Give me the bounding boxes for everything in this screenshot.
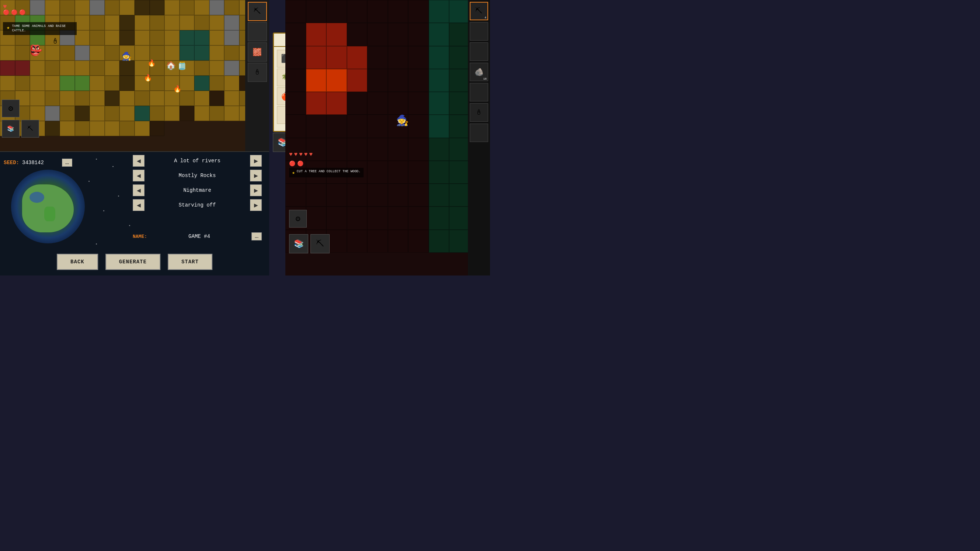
right-action-bar: 📚 ⛏ bbox=[289, 234, 329, 253]
rtile bbox=[408, 161, 429, 184]
rtile bbox=[326, 92, 347, 115]
tile bbox=[150, 45, 165, 61]
rtile bbox=[326, 46, 347, 69]
settings-button-left[interactable]: ⚙ bbox=[2, 100, 19, 117]
tile bbox=[105, 15, 120, 30]
tile bbox=[105, 91, 120, 106]
tile bbox=[90, 61, 105, 76]
tile bbox=[105, 121, 120, 136]
sidebar-slot-1[interactable]: ⛏ bbox=[248, 2, 267, 21]
tile bbox=[224, 91, 239, 106]
rtile bbox=[388, 230, 409, 253]
seed-row: SEED: 3438142 ... bbox=[4, 159, 72, 167]
nightmare-value: Nightmare bbox=[145, 187, 250, 193]
seed-dots-button[interactable]: ... bbox=[62, 159, 72, 167]
generate-button[interactable]: GENERATE bbox=[105, 254, 161, 270]
fr-slot-5[interactable] bbox=[470, 83, 488, 102]
fr-slot-6[interactable]: 🕯 bbox=[470, 103, 488, 122]
name-dots-button[interactable]: ... bbox=[251, 233, 262, 240]
book-icon: 📚 bbox=[7, 125, 14, 132]
rtile bbox=[306, 46, 327, 69]
rtile bbox=[347, 207, 368, 229]
rtile bbox=[367, 138, 388, 161]
rheart-3: ♥ bbox=[299, 151, 303, 158]
back-button[interactable]: BACK bbox=[57, 254, 98, 270]
sidebar-slot-4[interactable]: 🕯 bbox=[248, 63, 267, 82]
rtile bbox=[388, 0, 409, 23]
sidebar-slot-2[interactable] bbox=[248, 22, 267, 41]
tile bbox=[0, 45, 15, 61]
start-button[interactable]: START bbox=[168, 254, 212, 270]
rtile bbox=[367, 207, 388, 229]
rtile bbox=[408, 184, 429, 207]
tile bbox=[224, 30, 239, 45]
tile bbox=[75, 121, 90, 136]
nightmare-prev-button[interactable]: ◀ bbox=[133, 185, 145, 196]
rtile bbox=[449, 23, 470, 46]
rtile bbox=[408, 115, 429, 138]
sidebar-slot-3[interactable]: 🧱 bbox=[248, 42, 267, 62]
resource-fire-1: 🔴 bbox=[3, 9, 9, 16]
rtile bbox=[408, 23, 429, 46]
tile bbox=[135, 45, 150, 61]
rivers-next-button[interactable]: ▶ bbox=[250, 155, 262, 167]
rtile bbox=[388, 184, 409, 207]
tile bbox=[75, 45, 90, 61]
fr-slot-3[interactable] bbox=[470, 42, 488, 61]
tile bbox=[150, 106, 165, 121]
tile bbox=[90, 121, 105, 136]
fr-slot-2[interactable] bbox=[470, 22, 488, 41]
tile bbox=[180, 106, 195, 121]
rivers-prev-button[interactable]: ◀ bbox=[133, 155, 145, 167]
campfire2-sprite: 🔥 bbox=[144, 74, 152, 82]
rtile bbox=[388, 92, 409, 115]
fr-slot-1[interactable]: ⛏ 4 bbox=[470, 2, 488, 20]
tool-button-left[interactable]: ⛏ bbox=[21, 120, 39, 138]
tile bbox=[180, 76, 195, 91]
right-book-btn[interactable]: 📚 bbox=[289, 234, 308, 253]
starving-next-button[interactable]: ▶ bbox=[250, 199, 262, 211]
rtile bbox=[408, 46, 429, 69]
tile bbox=[105, 61, 120, 76]
star-5 bbox=[129, 225, 130, 226]
tile bbox=[135, 106, 150, 121]
fr-slot-7[interactable] bbox=[470, 124, 488, 142]
quest-star-icon: ★ bbox=[6, 24, 10, 30]
option-row-nightmare: ◀ Nightmare ▶ bbox=[133, 185, 262, 196]
rtile bbox=[429, 0, 449, 23]
tile bbox=[164, 15, 180, 30]
fr-rock-icon: 🪨 bbox=[474, 67, 484, 77]
right-book-icon: 📚 bbox=[294, 239, 304, 249]
gear2-icon: ⚙ bbox=[295, 214, 300, 224]
rtile bbox=[306, 207, 327, 229]
rtile bbox=[449, 138, 470, 161]
right-quest-text: CUT A TREE AND COLLECT THE WOOD. bbox=[297, 170, 361, 174]
rtile bbox=[367, 115, 388, 138]
right-tool-btn[interactable]: ⛏ bbox=[310, 234, 329, 253]
tile bbox=[45, 0, 60, 15]
rtile bbox=[388, 138, 409, 161]
gear-icon: ⚙ bbox=[8, 104, 13, 114]
tile bbox=[150, 0, 165, 15]
rtile bbox=[388, 161, 409, 184]
tile bbox=[209, 45, 224, 61]
nightmare-next-button[interactable]: ▶ bbox=[250, 185, 262, 196]
tile bbox=[30, 61, 45, 76]
rocks-prev-button[interactable]: ◀ bbox=[133, 170, 145, 182]
tile bbox=[15, 45, 30, 61]
rtile bbox=[306, 0, 327, 23]
rtile bbox=[408, 230, 429, 253]
seed-label: SEED: bbox=[4, 160, 19, 166]
campfire3-sprite: 🔥 bbox=[173, 85, 181, 93]
rtile bbox=[326, 0, 347, 23]
fr-slot-4[interactable]: 🪨 16 bbox=[470, 63, 488, 81]
rtile bbox=[429, 138, 449, 161]
resource-fire-3: 🔴 bbox=[19, 9, 25, 16]
rtile bbox=[367, 69, 388, 92]
rocks-next-button[interactable]: ▶ bbox=[250, 170, 262, 182]
rtile bbox=[429, 115, 449, 138]
settings-button-right[interactable]: ⚙ bbox=[289, 210, 307, 228]
book-button-left[interactable]: 📚 bbox=[2, 120, 19, 138]
starving-prev-button[interactable]: ◀ bbox=[133, 199, 145, 211]
player-sprite: 🧙 bbox=[122, 52, 132, 62]
